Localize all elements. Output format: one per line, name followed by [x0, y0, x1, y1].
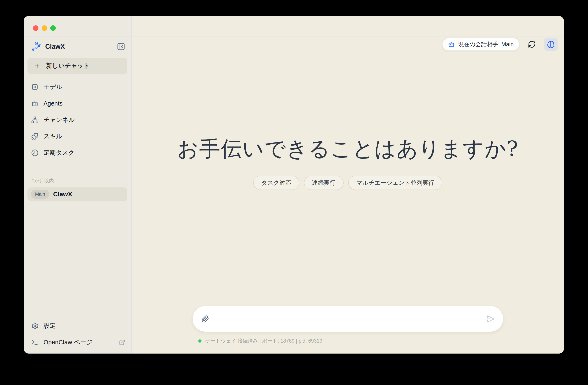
bot-icon	[31, 100, 39, 107]
app-title: ClawX	[45, 43, 116, 50]
new-chat-button[interactable]: 新しいチャット	[27, 58, 127, 74]
external-link-icon	[119, 339, 125, 345]
sidebar-item-label: スキル	[43, 132, 62, 141]
close-window-button[interactable]	[33, 25, 39, 31]
agent-badge: Main	[31, 190, 49, 199]
minimize-window-button[interactable]	[42, 25, 47, 31]
welcome-area: お手伝いできることはありますか? タスク対応 連続実行 マルチエージェント並列実…	[132, 52, 564, 306]
status-dot-icon	[198, 339, 202, 343]
sidebar-item-scheduled-tasks[interactable]: 定期タスク	[24, 144, 131, 161]
message-input[interactable]	[210, 306, 485, 332]
plus-icon	[34, 62, 41, 69]
suggestion-task-support[interactable]: タスク対応	[253, 176, 299, 190]
window-controls	[24, 16, 131, 37]
message-input-container	[193, 306, 503, 332]
conversation-chip-label: 現在の会話相手: Main	[458, 41, 514, 48]
sidebar-item-channels[interactable]: チャンネル	[24, 112, 131, 128]
sidebar-item-label: 定期タスク	[43, 149, 75, 157]
sidebar-item-models[interactable]: モデル	[24, 79, 131, 95]
network-icon	[31, 116, 39, 123]
sidebar-item-label: モデル	[43, 83, 62, 91]
bot-icon	[448, 41, 455, 48]
sidebar-item-label: チャンネル	[43, 116, 75, 124]
refresh-icon	[528, 40, 536, 48]
main-header: 現在の会話相手: Main	[132, 16, 564, 52]
chat-history-title: ClawX	[53, 191, 72, 198]
sidebar-nav: モデル Agents チャンネル	[24, 79, 131, 161]
zoom-window-button[interactable]	[50, 25, 56, 31]
clock-icon	[31, 149, 39, 156]
terminal-icon	[31, 339, 39, 346]
sidebar-header: ClawX	[24, 37, 131, 55]
suggestion-continuous-run[interactable]: 連続実行	[304, 176, 344, 190]
new-chat-label: 新しいチャット	[46, 62, 90, 70]
sidebar-item-settings[interactable]: 設定	[24, 318, 131, 334]
refresh-button[interactable]	[527, 40, 536, 49]
cpu-icon	[31, 83, 39, 91]
sidebar-item-label: OpenClaw ページ	[43, 338, 114, 346]
brain-icon	[547, 41, 555, 48]
attach-file-button[interactable]	[201, 314, 210, 324]
sidebar-item-label: 設定	[43, 322, 56, 330]
main-area: 現在の会話相手: Main お手伝いできることはありますか? タスク対応	[132, 16, 564, 354]
sidebar-item-skills[interactable]: スキル	[24, 128, 131, 144]
sidebar-item-label: Agents	[43, 100, 63, 107]
sidebar-item-openclaw-page[interactable]: OpenClaw ページ	[24, 334, 131, 351]
suggestion-pills: タスク対応 連続実行 マルチエージェント並列実行	[253, 176, 442, 190]
suggestion-multi-agent[interactable]: マルチエージェント並列実行	[348, 176, 442, 190]
send-button[interactable]	[485, 314, 495, 324]
gateway-status-bar: ゲートウェイ 接続済み | ポート: 18789 | pid: 69319	[193, 338, 503, 344]
puzzle-icon	[31, 133, 39, 140]
paperclip-icon	[202, 315, 209, 323]
gateway-status-text: ゲートウェイ 接続済み | ポート: 18789 | pid: 69319	[205, 338, 322, 344]
panel-collapse-icon	[117, 42, 125, 51]
current-conversation-chip[interactable]: 現在の会話相手: Main	[442, 38, 520, 51]
memory-button[interactable]	[544, 38, 558, 51]
sidebar-footer: 設定 OpenClaw ページ	[24, 318, 131, 354]
sidebar-collapse-button[interactable]	[116, 42, 126, 51]
welcome-heading: お手伝いできることはありますか?	[177, 135, 518, 163]
clawx-lobster-logo	[31, 42, 42, 52]
sidebar-spacer	[24, 201, 131, 318]
sidebar-item-agents[interactable]: Agents	[24, 95, 131, 112]
send-icon	[486, 315, 494, 323]
history-section-label: 1か月以内	[24, 178, 131, 184]
chat-history-item[interactable]: Main ClawX	[27, 187, 127, 201]
app-window: ClawX 新しいチャット モデル	[24, 16, 564, 354]
gear-icon	[31, 322, 39, 329]
composer: ゲートウェイ 接続済み | ポート: 18789 | pid: 69319	[132, 306, 564, 354]
sidebar: ClawX 新しいチャット モデル	[24, 16, 132, 354]
